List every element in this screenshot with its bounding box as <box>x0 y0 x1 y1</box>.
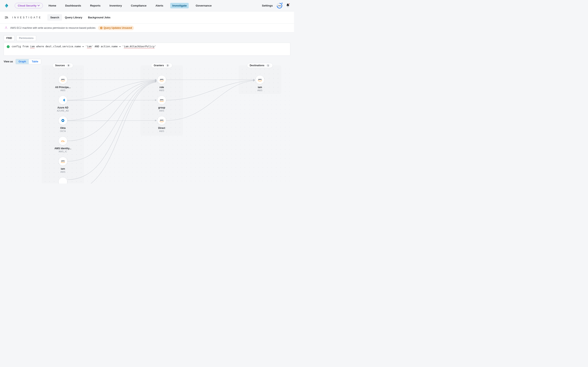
column-sources-count: 9 <box>67 64 71 67</box>
nav-investigate[interactable]: Investigate <box>170 3 189 8</box>
query-chips: FIND Permissions <box>4 35 290 41</box>
svg-text:aws: aws <box>160 99 163 101</box>
node-sublabel: OKTA <box>60 130 66 132</box>
node-granter-2[interactable]: aws Direct AWS <box>149 116 174 132</box>
nav-dashboards[interactable]: Dashboards <box>63 3 83 8</box>
app-logo <box>4 3 9 8</box>
svg-rect-5 <box>63 99 65 101</box>
product-name: Cloud Security <box>18 4 36 7</box>
nav-reports[interactable]: Reports <box>88 3 103 8</box>
node-source-3[interactable]: AWS Identity... AWS_IC <box>51 136 75 153</box>
graph-canvas[interactable]: Sources 9 Granters 3 Destinations 1 aws … <box>4 66 290 184</box>
nav-compliance[interactable]: Compliance <box>129 3 149 8</box>
okta-icon <box>61 119 65 122</box>
node-sublabel: AWS <box>159 109 164 112</box>
node-label: Direct <box>158 127 165 129</box>
column-destinations-title: Destinations <box>250 64 264 67</box>
node-sublabel: AWS <box>61 171 65 173</box>
node-label: Okta <box>60 127 66 129</box>
svg-point-7 <box>62 120 63 121</box>
chip-permissions[interactable]: Permissions <box>16 35 36 41</box>
node-sublabel: AWS <box>159 130 164 132</box>
unsaved-label: Query Updates Unsaved <box>104 26 132 29</box>
notifications-button[interactable] <box>286 3 290 8</box>
svg-text:aws: aws <box>160 119 163 121</box>
column-destinations-header: Destinations 1 <box>247 63 273 68</box>
node-source-5-partial[interactable] <box>51 177 75 184</box>
progress-indicator-dot <box>281 2 283 4</box>
column-granters-count: 3 <box>165 64 170 67</box>
node-label: group <box>158 106 165 109</box>
view-toggle-graph[interactable]: Graph <box>16 59 29 64</box>
query-text: config from iam where dest.cloud.service… <box>12 45 156 48</box>
chevron-down-icon <box>38 5 40 7</box>
node-granter-1[interactable]: aws group AWS <box>149 96 174 112</box>
notification-badge <box>288 3 290 5</box>
svg-point-3 <box>6 26 7 27</box>
aws-icon: aws <box>159 78 164 82</box>
node-label: AWS Identity... <box>54 147 71 150</box>
node-granter-0[interactable]: aws role AWS <box>149 75 174 92</box>
node-sublabel: AWS <box>159 89 164 92</box>
progress-percent: 74% <box>278 5 281 7</box>
nav-alerts[interactable]: Alerts <box>154 3 165 8</box>
node-source-2[interactable]: Okta OKTA <box>51 116 75 132</box>
aws-identity-center-icon <box>61 139 65 143</box>
node-source-4[interactable]: aws iam AWS <box>51 157 75 173</box>
svg-text:aws: aws <box>160 78 163 80</box>
view-toggle: Graph Table <box>16 59 42 64</box>
policy-description: AWS EC2 machine with write access permis… <box>10 26 95 29</box>
column-destinations-count: 1 <box>266 64 270 67</box>
nav-inventory[interactable]: Inventory <box>107 3 124 8</box>
node-source-0[interactable]: aws All Principa... AWS <box>51 75 75 92</box>
node-label: Azure AD <box>57 106 68 109</box>
aws-icon: aws <box>257 78 263 82</box>
tab-background-jobs[interactable]: Background Jobs <box>85 14 113 21</box>
tab-query-library[interactable]: Query Library <box>62 14 85 21</box>
node-sublabel: AWS_IC <box>59 150 67 153</box>
settings-link[interactable]: Settings <box>262 4 273 7</box>
column-sources-title: Sources <box>55 64 65 67</box>
node-sublabel: AWS <box>61 89 65 92</box>
aws-icon: aws <box>159 119 164 122</box>
adoption-progress[interactable]: 74% <box>277 3 283 9</box>
column-granters-title: Granters <box>154 64 164 67</box>
chip-find[interactable]: FIND <box>4 35 15 41</box>
node-source-1[interactable]: Azure AD AZURE_AD <box>51 96 75 112</box>
investigate-icon <box>4 16 8 19</box>
query-input[interactable]: ✓ config from iam where dest.cloud.servi… <box>4 43 290 56</box>
node-destination-0[interactable]: aws iam AWS <box>248 75 272 92</box>
node-label: All Principa... <box>55 86 71 89</box>
aws-icon: aws <box>60 159 66 163</box>
query-valid-icon: ✓ <box>7 45 9 48</box>
view-as-label: View as <box>4 60 13 63</box>
query-info-bar: AWS EC2 machine with write access permis… <box>0 24 294 33</box>
main-nav: Home Dashboards Reports Inventory Compli… <box>47 3 214 8</box>
nav-home[interactable]: Home <box>47 3 58 8</box>
node-sublabel: AZURE_AD <box>57 109 69 112</box>
node-sublabel: AWS <box>258 89 262 92</box>
azuread-icon <box>61 98 65 102</box>
product-switcher[interactable]: Cloud Security <box>15 3 43 8</box>
tab-search[interactable]: Search <box>47 14 62 21</box>
page-title: INVESTIGATE <box>12 16 42 19</box>
svg-text:aws: aws <box>61 78 65 80</box>
column-sources-header: Sources 9 <box>52 63 73 68</box>
view-toggle-table[interactable]: Table <box>29 59 41 64</box>
investigate-subheader: INVESTIGATE Search Query Library Backgro… <box>0 11 294 24</box>
column-granters-header: Granters 3 <box>151 63 172 68</box>
node-label: iam <box>61 167 65 170</box>
nav-governance[interactable]: Governance <box>194 3 214 8</box>
investigate-tabs: Search Query Library Background Jobs <box>47 14 113 21</box>
aws-icon: aws <box>159 98 164 102</box>
unsaved-badge: ! Query Updates Unsaved <box>98 26 134 30</box>
svg-text:aws: aws <box>61 160 65 162</box>
policy-icon <box>4 26 8 30</box>
warning-icon: ! <box>100 27 103 29</box>
svg-text:aws: aws <box>258 78 261 80</box>
node-label: iam <box>258 86 262 89</box>
node-label: role <box>159 86 164 89</box>
aws-icon: aws <box>60 78 66 82</box>
topbar: Cloud Security Home Dashboards Reports I… <box>0 0 294 11</box>
query-builder: FIND Permissions ✓ config from iam where… <box>0 33 294 56</box>
